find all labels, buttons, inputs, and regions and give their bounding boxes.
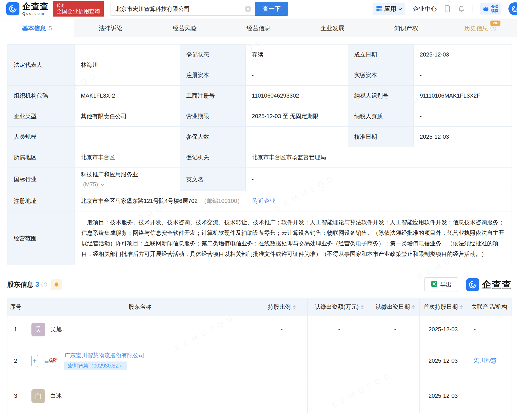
- biz-reg-no-value: 110106046293302: [245, 86, 348, 106]
- customer-service-icon[interactable]: [508, 2, 517, 15]
- caret-down-icon: [398, 6, 402, 11]
- info-icon[interactable]: i: [41, 282, 47, 287]
- region-value: 北京市丰台区: [74, 147, 180, 168]
- date-value: -: [371, 379, 420, 413]
- info-icon[interactable]: i: [490, 26, 496, 31]
- search-button[interactable]: 查一下: [255, 2, 288, 16]
- clear-search-icon[interactable]: [245, 6, 251, 12]
- col-label: 首次持股日期: [424, 304, 458, 310]
- export-label: 导出: [440, 281, 452, 288]
- industry-code: (M75): [83, 181, 98, 188]
- tab-basic-info[interactable]: 基本信息 5: [0, 19, 74, 37]
- col-header-no: 序号: [7, 298, 24, 316]
- tab-label: 历史信息: [464, 24, 488, 32]
- member-renew-button[interactable]: 会员 续费: [480, 3, 501, 15]
- search-input[interactable]: [111, 2, 255, 16]
- amount-value: -: [307, 316, 371, 343]
- tab-ip[interactable]: 知识产权: [369, 19, 443, 37]
- field-label: 人员规模: [7, 127, 75, 147]
- col-header-name: 股东名称: [24, 298, 256, 316]
- excel-icon: [431, 281, 437, 288]
- sort-icon[interactable]: [361, 305, 364, 309]
- field-label: 纳税人资质: [348, 106, 414, 127]
- field-label: 登记状态: [180, 45, 245, 65]
- logo-name: 企查查: [22, 2, 49, 11]
- nearby-companies-link[interactable]: 附近企业: [253, 198, 275, 204]
- ratio-value: -: [256, 379, 307, 413]
- tab-operating-info[interactable]: 经营信息: [222, 19, 296, 37]
- monitor-bell-icon[interactable]: [51, 279, 62, 290]
- crown-icon: [482, 5, 489, 13]
- shareholders-table: 序号 股东名称 持股比例 认缴出资额(万元) 认缴出资日期 首次持股日期 关联产…: [7, 298, 512, 413]
- related-product-link[interactable]: 宏川智慧: [474, 358, 497, 364]
- qcc-brand-name: 企查查: [482, 278, 512, 291]
- reg-authority-value: 北京市丰台区市场监督管理局: [245, 147, 512, 168]
- field-label: 所属地区: [7, 147, 75, 168]
- paid-capital-value: -: [413, 65, 512, 86]
- ribbon-line2: 全国企业信用查询: [57, 8, 100, 15]
- field-label: 英文名: [180, 168, 245, 191]
- tab-legal[interactable]: 法律诉讼: [74, 19, 148, 37]
- field-label: 参保人数: [180, 127, 245, 147]
- qcc-brand-icon: [466, 278, 479, 291]
- field-label: 工商注册号: [180, 86, 245, 106]
- member-line1: 会员: [491, 5, 498, 9]
- ratio-value: -: [256, 316, 307, 343]
- ratio-value: -: [256, 343, 307, 379]
- sort-icon[interactable]: [412, 305, 415, 309]
- shareholder-name[interactable]: 白冰: [50, 392, 62, 400]
- notification-bell-icon[interactable]: [458, 5, 465, 13]
- tab-count: 5: [49, 25, 52, 32]
- field-label: 核准日期: [348, 127, 414, 147]
- legal-rep-value: 林海川: [74, 45, 180, 86]
- export-button[interactable]: 导出: [424, 277, 458, 292]
- enterprise-center-link[interactable]: 企业中心: [413, 5, 437, 13]
- shareholder-name[interactable]: 吴旭: [50, 326, 62, 333]
- related-value: -: [467, 316, 512, 343]
- apps-grid-icon: [376, 5, 382, 12]
- col-header-related: 关联产品/机构: [467, 298, 512, 316]
- sort-icon[interactable]: [460, 305, 463, 309]
- first-date-value: 2025-12-03: [419, 316, 467, 343]
- mobile-app-icon[interactable]: [444, 5, 450, 13]
- sort-icon[interactable]: [293, 305, 296, 309]
- reg-status-value: 存续: [245, 45, 348, 65]
- row-no: 1: [7, 316, 24, 343]
- field-label: 成立日期: [348, 45, 414, 65]
- amount-value: -: [307, 379, 371, 413]
- business-scope-value: 一般项目：技术服务、技术开发、技术咨询、技术交流、技术转让、技术推广；软件开发；…: [74, 211, 512, 265]
- stock-code-tag[interactable]: 宏川智慧（002930.SZ）: [64, 362, 127, 370]
- expand-icon[interactable]: [31, 355, 38, 367]
- first-date-value: 2025-12-03: [419, 379, 467, 413]
- member-line2: 续费: [491, 9, 498, 13]
- col-label: 认缴出资额(万元): [315, 304, 358, 310]
- qcc-logo-icon: [6, 2, 19, 15]
- qcc-logo[interactable]: 企查查 Qcc.com: [6, 2, 49, 15]
- tab-operating-risk[interactable]: 经营风险: [148, 19, 222, 37]
- org-code-value: MAK1FL3X-2: [74, 86, 180, 106]
- address-zip: （邮编100100）: [201, 198, 243, 204]
- shareholders-count: 3: [35, 281, 39, 288]
- tab-history[interactable]: VIP 历史信息 i: [443, 19, 517, 37]
- col-header-ratio: 持股比例: [256, 298, 307, 316]
- field-label: 组织机构代码: [7, 86, 75, 106]
- taxpayer-id-value: 91110106MAK1FL3X2F: [413, 86, 512, 106]
- insured-value: -: [245, 127, 348, 147]
- field-label: 营业期限: [180, 106, 245, 127]
- shareholder-company-link[interactable]: 广东宏川智慧物流股份有限公司: [64, 352, 144, 359]
- approval-date-value: 2025-12-03: [413, 127, 512, 147]
- field-label: 纳税人识别号: [348, 86, 414, 106]
- col-label: 持股比例: [268, 304, 291, 310]
- chevron-down-icon[interactable]: [100, 181, 105, 188]
- shareholders-header: 股东信息 3 i 导出 企查查: [7, 277, 512, 292]
- staff-size-value: -: [74, 127, 180, 147]
- col-header-first-date: 首次持股日期: [419, 298, 467, 316]
- col-header-date: 认缴出资日期: [371, 298, 420, 316]
- field-label: 登记机关: [180, 147, 245, 168]
- apps-menu[interactable]: 应用: [373, 3, 405, 15]
- date-value: -: [371, 316, 420, 343]
- related-value: -: [467, 379, 512, 413]
- tab-development[interactable]: 企业发展: [295, 19, 369, 37]
- field-label: 经营范围: [7, 211, 75, 265]
- col-label: 认缴出资日期: [376, 304, 410, 310]
